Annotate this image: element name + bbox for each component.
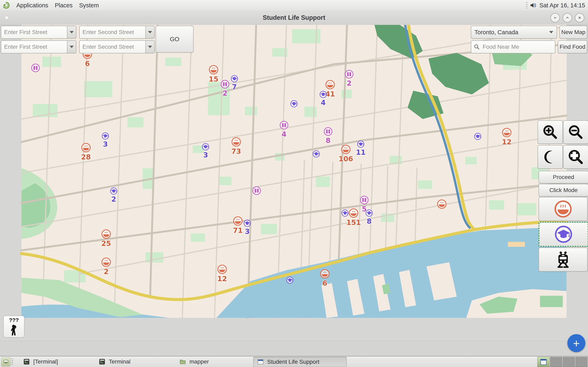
add-fab-button[interactable]: + bbox=[567, 334, 585, 352]
edu-marker[interactable]: 4 bbox=[319, 91, 327, 98]
taskbar-item--terminal-[interactable]: [Terminal] bbox=[19, 357, 100, 367]
food-marker[interactable]: 2 bbox=[101, 257, 111, 267]
window-title: Student Life Support bbox=[0, 14, 588, 21]
education-icon bbox=[554, 225, 573, 244]
edu-marker[interactable]: 7 bbox=[231, 75, 238, 83]
edu-marker[interactable] bbox=[290, 100, 298, 108]
food-marker[interactable]: 106 bbox=[341, 144, 351, 155]
food-count-label: 6 bbox=[322, 280, 327, 287]
food-marker[interactable]: 73 bbox=[231, 137, 241, 147]
second-street-input-top[interactable] bbox=[80, 29, 145, 35]
edu-marker[interactable] bbox=[474, 133, 482, 140]
food-count-label: 73 bbox=[231, 148, 241, 155]
terminal-icon bbox=[23, 358, 30, 365]
zoom-in-button[interactable] bbox=[537, 120, 563, 144]
second-street-input-bottom[interactable] bbox=[80, 44, 145, 50]
library-marker[interactable]: 2 bbox=[345, 69, 354, 79]
education-category-button[interactable] bbox=[539, 222, 588, 247]
taskbar: [Terminal]TerminalmapperStudent Life Sup… bbox=[0, 356, 588, 367]
library-marker[interactable] bbox=[31, 63, 40, 73]
second-street-combo-top[interactable] bbox=[79, 26, 155, 39]
panel-grip bbox=[526, 2, 527, 8]
location-panel: Toronto, Canada New Map Find Food bbox=[471, 26, 587, 55]
transit-category-button[interactable] bbox=[539, 248, 588, 272]
clock[interactable]: Sat Apr 16, 14:15 bbox=[539, 2, 585, 9]
library-marker[interactable]: 4 bbox=[279, 120, 289, 130]
chevron-down-icon[interactable] bbox=[145, 26, 154, 38]
food-marker[interactable]: 41 bbox=[325, 80, 335, 90]
taskbar-item-label: [Terminal] bbox=[33, 359, 58, 365]
edu-count-label: 8 bbox=[367, 218, 372, 225]
second-street-combo-bottom[interactable] bbox=[79, 40, 155, 53]
edu-marker[interactable]: 3 bbox=[243, 219, 251, 227]
menu-places[interactable]: Places bbox=[52, 2, 76, 9]
find-food-button[interactable]: Find Food bbox=[558, 40, 587, 53]
chevron-down-icon[interactable] bbox=[145, 41, 154, 53]
zoom-fit-button[interactable] bbox=[563, 145, 588, 169]
night-mode-button[interactable] bbox=[537, 145, 563, 169]
edu-marker[interactable]: 11 bbox=[357, 140, 365, 148]
library-marker[interactable]: 8 bbox=[323, 127, 333, 136]
taskbar-item-mapper[interactable]: mapper bbox=[176, 357, 250, 367]
library-marker[interactable]: 2 bbox=[220, 80, 230, 89]
food-count-label: 6 bbox=[85, 60, 90, 67]
zoom-out-icon bbox=[568, 124, 584, 140]
edu-marker[interactable]: 2 bbox=[110, 187, 118, 195]
maximize-button[interactable] bbox=[563, 13, 572, 22]
minimize-button[interactable] bbox=[550, 13, 560, 22]
edu-marker[interactable]: 3 bbox=[102, 132, 109, 140]
food-search-entry[interactable] bbox=[471, 40, 555, 53]
show-desktop-button[interactable] bbox=[1, 358, 11, 366]
window-titlebar[interactable]: Student Life Support bbox=[0, 11, 588, 25]
chevron-down-icon[interactable] bbox=[67, 26, 76, 38]
map-canvas[interactable]: 615411228731062521261517174331123822485 bbox=[0, 25, 588, 341]
zoom-out-button[interactable] bbox=[563, 120, 588, 144]
food-marker[interactable]: 12 bbox=[217, 264, 227, 275]
route-panel bbox=[1, 26, 158, 55]
volume-icon[interactable] bbox=[529, 2, 537, 9]
food-marker[interactable]: 15 bbox=[208, 65, 219, 75]
taskbar-item-student-life-support[interactable]: Student Life Support bbox=[253, 357, 347, 367]
food-count-label: 28 bbox=[81, 154, 91, 160]
food-marker[interactable]: 6 bbox=[320, 269, 330, 279]
library-marker[interactable]: 5 bbox=[360, 195, 369, 205]
library-marker[interactable] bbox=[252, 186, 261, 195]
search-icon bbox=[474, 44, 480, 50]
click-mode-button[interactable]: Click Mode bbox=[539, 184, 588, 197]
proceed-button[interactable]: Proceed bbox=[539, 171, 588, 184]
workspace-3[interactable] bbox=[563, 357, 575, 367]
food-marker[interactable]: 71 bbox=[233, 216, 243, 226]
first-street-combo-bottom[interactable] bbox=[1, 40, 76, 53]
workspace-1[interactable] bbox=[537, 357, 550, 367]
new-map-button[interactable]: New Map bbox=[559, 26, 587, 39]
library-count-label: 2 bbox=[223, 90, 227, 97]
edu-marker[interactable] bbox=[286, 276, 294, 284]
workspace-4[interactable] bbox=[575, 357, 588, 367]
first-street-input-top[interactable] bbox=[1, 29, 67, 35]
edu-count-label: 11 bbox=[356, 149, 365, 156]
food-marker[interactable]: 12 bbox=[502, 127, 512, 138]
first-street-input-bottom[interactable] bbox=[1, 44, 67, 50]
chevron-down-icon[interactable] bbox=[67, 41, 76, 53]
food-search-input[interactable] bbox=[480, 44, 555, 50]
food-marker[interactable]: 25 bbox=[101, 229, 111, 239]
food-marker[interactable]: 151 bbox=[348, 208, 359, 218]
help-button[interactable]: ??? bbox=[3, 316, 25, 338]
edu-marker[interactable] bbox=[312, 150, 320, 158]
workspace-switcher[interactable] bbox=[537, 357, 588, 367]
food-marker[interactable] bbox=[437, 199, 447, 209]
close-button[interactable] bbox=[575, 13, 584, 22]
food-count-label: 15 bbox=[209, 76, 218, 83]
distro-logo-icon[interactable] bbox=[2, 1, 10, 9]
first-street-combo-top[interactable] bbox=[1, 26, 76, 39]
menu-system[interactable]: System bbox=[76, 2, 102, 9]
city-combo[interactable]: Toronto, Canada bbox=[471, 26, 557, 39]
edu-marker[interactable]: 3 bbox=[202, 143, 209, 151]
edu-marker[interactable] bbox=[341, 209, 349, 217]
go-button[interactable]: GO bbox=[156, 26, 194, 53]
food-marker[interactable]: 28 bbox=[81, 142, 91, 153]
food-category-button[interactable] bbox=[539, 197, 588, 221]
workspace-2[interactable] bbox=[550, 357, 562, 367]
taskbar-item-terminal[interactable]: Terminal bbox=[95, 357, 172, 367]
menu-applications[interactable]: Applications bbox=[13, 2, 52, 9]
